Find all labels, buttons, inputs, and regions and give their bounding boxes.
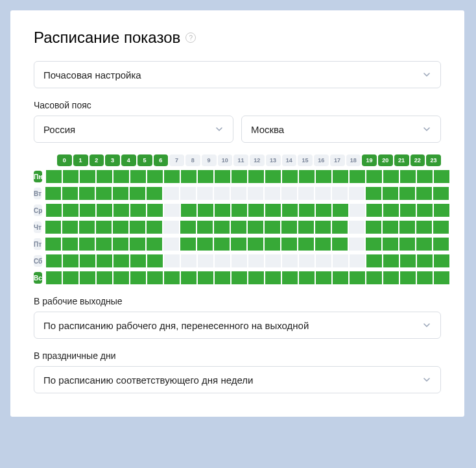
schedule-cell[interactable] xyxy=(332,238,348,251)
schedule-cell[interactable] xyxy=(299,170,315,183)
day-label[interactable]: Сб xyxy=(34,255,42,267)
hour-header-7[interactable]: 7 xyxy=(169,154,184,166)
schedule-cell[interactable] xyxy=(416,238,432,251)
schedule-cell[interactable] xyxy=(265,221,280,234)
schedule-cell[interactable] xyxy=(349,221,364,234)
schedule-cell[interactable] xyxy=(333,254,348,267)
schedule-cell[interactable] xyxy=(350,271,365,284)
schedule-cell[interactable] xyxy=(113,221,128,234)
schedule-cell[interactable] xyxy=(333,204,348,217)
schedule-cell[interactable] xyxy=(416,187,432,200)
schedule-cell[interactable] xyxy=(265,238,280,251)
schedule-cell[interactable] xyxy=(333,170,348,183)
day-label[interactable]: Чт xyxy=(34,221,42,233)
schedule-cell[interactable] xyxy=(366,204,382,217)
schedule-cell[interactable] xyxy=(63,170,78,183)
schedule-cell[interactable] xyxy=(433,187,449,200)
schedule-cell[interactable] xyxy=(198,204,213,217)
schedule-cell[interactable] xyxy=(248,254,264,267)
schedule-cell[interactable] xyxy=(46,170,62,183)
hour-header-5[interactable]: 5 xyxy=(137,154,152,166)
schedule-cell[interactable] xyxy=(113,204,129,217)
schedule-cell[interactable] xyxy=(147,187,162,200)
schedule-cell[interactable] xyxy=(265,170,281,183)
hour-header-8[interactable]: 8 xyxy=(185,154,200,166)
schedule-cell[interactable] xyxy=(214,187,230,200)
schedule-cell[interactable] xyxy=(62,238,78,251)
schedule-cell[interactable] xyxy=(366,238,381,251)
hour-header-10[interactable]: 10 xyxy=(218,154,233,166)
schedule-cell[interactable] xyxy=(434,170,449,183)
schedule-cell[interactable] xyxy=(164,204,180,217)
schedule-cell[interactable] xyxy=(248,271,264,284)
schedule-cell[interactable] xyxy=(366,170,382,183)
schedule-cell[interactable] xyxy=(315,238,331,251)
schedule-cell[interactable] xyxy=(180,238,196,251)
schedule-cell[interactable] xyxy=(383,271,399,284)
schedule-cell[interactable] xyxy=(350,170,365,183)
schedule-cell[interactable] xyxy=(79,221,95,234)
schedule-cell[interactable] xyxy=(62,221,78,234)
schedule-cell[interactable] xyxy=(63,271,78,284)
schedule-cell[interactable] xyxy=(232,254,247,267)
schedule-cell[interactable] xyxy=(164,254,180,267)
schedule-cell[interactable] xyxy=(97,204,112,217)
schedule-cell[interactable] xyxy=(248,187,263,200)
schedule-cell[interactable] xyxy=(383,170,399,183)
schedule-cell[interactable] xyxy=(181,204,196,217)
schedule-cell[interactable] xyxy=(282,170,298,183)
schedule-cell[interactable] xyxy=(215,271,230,284)
schedule-cell[interactable] xyxy=(113,187,128,200)
schedule-cell[interactable] xyxy=(96,238,112,251)
schedule-cell[interactable] xyxy=(417,170,433,183)
schedule-cell[interactable] xyxy=(163,238,179,251)
schedule-cell[interactable] xyxy=(130,238,145,251)
schedule-cell[interactable] xyxy=(417,254,433,267)
schedule-cell[interactable] xyxy=(80,271,95,284)
schedule-cell[interactable] xyxy=(315,221,331,234)
schedule-cell[interactable] xyxy=(197,221,213,234)
schedule-cell[interactable] xyxy=(197,187,213,200)
schedule-cell[interactable] xyxy=(315,187,331,200)
schedule-cell[interactable] xyxy=(332,221,348,234)
schedule-cell[interactable] xyxy=(96,221,112,234)
hour-header-11[interactable]: 11 xyxy=(233,154,248,166)
schedule-cell[interactable] xyxy=(198,170,213,183)
schedule-cell[interactable] xyxy=(46,204,62,217)
schedule-cell[interactable] xyxy=(265,187,280,200)
schedule-cell[interactable] xyxy=(79,187,95,200)
schedule-cell[interactable] xyxy=(383,204,399,217)
hour-header-19[interactable]: 19 xyxy=(362,154,377,166)
schedule-cell[interactable] xyxy=(113,170,129,183)
holidays-select[interactable]: По расписанию соответствующего дня недел… xyxy=(34,366,441,393)
schedule-cell[interactable] xyxy=(45,187,61,200)
schedule-cell[interactable] xyxy=(164,170,180,183)
schedule-cell[interactable] xyxy=(399,187,415,200)
schedule-cell[interactable] xyxy=(130,254,146,267)
hour-header-9[interactable]: 9 xyxy=(202,154,217,166)
schedule-cell[interactable] xyxy=(181,254,196,267)
schedule-cell[interactable] xyxy=(383,238,398,251)
schedule-cell[interactable] xyxy=(400,271,416,284)
hour-header-0[interactable]: 0 xyxy=(57,154,72,166)
hour-header-4[interactable]: 4 xyxy=(121,154,136,166)
schedule-cell[interactable] xyxy=(350,204,365,217)
schedule-cell[interactable] xyxy=(97,170,112,183)
schedule-cell[interactable] xyxy=(113,271,129,284)
schedule-cell[interactable] xyxy=(181,170,196,183)
schedule-cell[interactable] xyxy=(198,271,213,284)
schedule-cell[interactable] xyxy=(215,254,230,267)
schedule-cell[interactable] xyxy=(46,254,62,267)
hour-header-20[interactable]: 20 xyxy=(378,154,393,166)
schedule-cell[interactable] xyxy=(383,187,398,200)
schedule-cell[interactable] xyxy=(147,204,163,217)
schedule-cell[interactable] xyxy=(232,170,247,183)
schedule-cell[interactable] xyxy=(366,254,382,267)
schedule-cell[interactable] xyxy=(400,170,416,183)
schedule-cell[interactable] xyxy=(416,221,432,234)
schedule-cell[interactable] xyxy=(299,254,315,267)
schedule-cell[interactable] xyxy=(63,204,78,217)
hour-header-13[interactable]: 13 xyxy=(266,154,281,166)
day-label[interactable]: Пн xyxy=(34,171,42,182)
hour-header-22[interactable]: 22 xyxy=(411,154,425,166)
